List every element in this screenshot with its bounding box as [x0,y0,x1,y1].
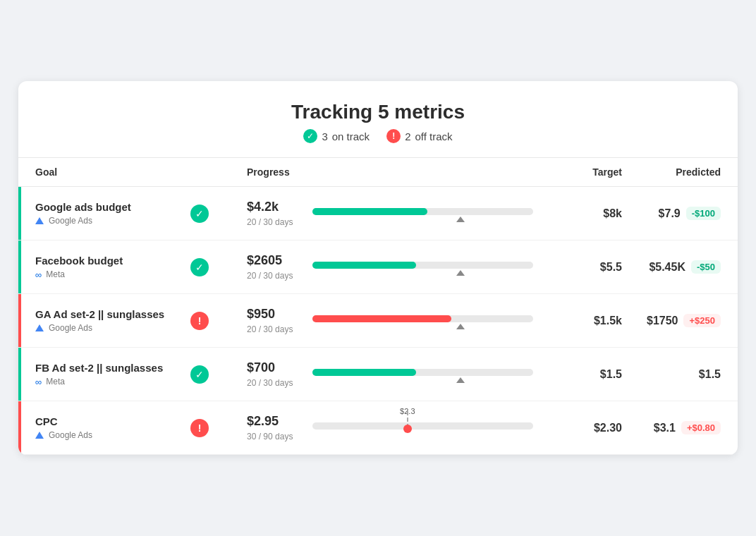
off-track-badge: ! 2 off track [386,129,452,143]
predicted-cell: $1.5 [622,368,721,381]
predicted-value: $1750 [647,315,678,327]
predicted-value: $1.5 [699,368,721,381]
progress-days: 20 / 30 days [247,378,293,388]
bar-marker [456,377,465,383]
predicted-value: $7.9 [659,207,681,220]
progress-days: 30 / 90 days [247,432,293,441]
bar-container [312,208,533,215]
bar-area: $2.3 [301,422,544,434]
status-cell: ✓ [190,258,247,276]
delta-tag: +$250 [683,314,721,327]
goal-name: Google ads budget [35,201,190,213]
bar-container: $2.3 [312,422,533,430]
bar-marker [456,217,465,222]
bar-area [301,262,544,273]
progress-wrapper: $260520 / 30 days [247,253,544,281]
off-track-label: off track [415,130,452,142]
predicted-value: $5.45K [649,261,685,274]
header: Tracking 5 metrics ✓ 3 on track ! 2 off … [18,81,738,158]
goal-cell: Google ads budgetGoogle Ads [35,201,190,226]
col-progress: Progress [247,166,544,178]
col-goal: Goal [35,166,190,178]
progress-wrapper: $95020 / 30 days [247,307,544,334]
table-body: Google ads budgetGoogle Ads✓$4.2k20 / 30… [18,187,738,455]
progress-cell: $260520 / 30 days [247,253,293,281]
bar-area [301,369,544,380]
progress-cell: $95020 / 30 days [247,307,293,334]
bar-marker [456,270,465,276]
target-cell: $1.5k [544,315,622,327]
progress-wrapper: $70020 / 30 days [247,360,544,388]
status-alert-icon: ! [190,419,209,437]
google-ads-icon [35,324,44,331]
predicted-cell: $5.45K-$50 [622,260,721,274]
goal-cell: GA Ad set-2 || sunglassesGoogle Ads [35,308,190,333]
header-subtitle: ✓ 3 on track ! 2 off track [35,129,721,143]
google-ads-icon [35,432,44,439]
goal-source: Google Ads [35,323,190,333]
bar-marker [456,324,465,329]
progress-days: 20 / 30 days [247,217,293,227]
progress-days: 20 / 30 days [247,324,293,334]
target-cell: $2.30 [544,422,622,434]
on-track-count: 3 [322,130,327,142]
predicted-cell: $3.1+$0.80 [622,421,721,434]
progress-amount: $700 [247,360,293,375]
table-row: Facebook budget∞Meta✓$260520 / 30 days$5… [18,240,738,294]
goal-name: CPC [35,415,190,427]
status-cell: ! [190,312,247,330]
progress-wrapper: $4.2k20 / 30 days [247,200,544,227]
status-cell: ✓ [190,205,247,223]
status-alert-icon: ! [190,312,209,330]
meta-icon: ∞ [35,377,42,387]
main-card: Tracking 5 metrics ✓ 3 on track ! 2 off … [18,81,738,455]
on-track-label: on track [332,130,370,142]
col-progress-label [190,166,247,178]
progress-amount: $4.2k [247,200,293,214]
status-cell: ! [190,419,247,437]
predicted-value: $3.1 [654,422,676,434]
goal-source: ∞Meta [35,269,190,280]
progress-days: 20 / 30 days [247,271,293,281]
table-row: CPCGoogle Ads!$2.9530 / 90 days$2.3$2.30… [18,401,738,455]
goal-source: Google Ads [35,430,190,440]
bar-container [312,315,533,322]
goal-name: Facebook budget [35,255,190,267]
table-header: Goal Progress Target Predicted [18,158,738,187]
table-row: GA Ad set-2 || sunglassesGoogle Ads!$950… [18,294,738,348]
progress-amount: $950 [247,307,293,322]
page-title: Tracking 5 metrics [35,101,721,123]
bar-area [301,208,544,219]
progress-cell: $70020 / 30 days [247,360,293,388]
cpc-dot [403,425,412,433]
bar-fill [312,369,416,376]
off-track-count: 2 [405,130,410,142]
bar-fill [312,262,416,269]
bar-fill [312,208,427,215]
delta-tag: +$0.80 [681,421,721,434]
progress-cell: $2.9530 / 90 days [247,414,293,441]
progress-cell: $4.2k20 / 30 days [247,200,293,227]
table-row: FB Ad set-2 || sunglasses∞Meta✓$70020 / … [18,348,738,401]
delta-tag: -$50 [691,260,721,274]
target-cell: $5.5 [544,261,622,274]
progress-amount: $2.95 [247,414,293,429]
status-check-icon: ✓ [190,365,209,384]
on-track-badge: ✓ 3 on track [303,129,370,143]
predicted-cell: $7.9-$100 [622,207,721,220]
target-cell: $8k [544,207,622,220]
goal-source: ∞Meta [35,377,190,387]
google-ads-icon [35,217,44,224]
progress-wrapper: $2.9530 / 90 days$2.3 [247,414,544,441]
bar-fill [312,315,451,322]
col-predicted: Predicted [622,166,721,178]
col-target: Target [544,166,622,178]
meta-icon: ∞ [35,269,42,280]
status-check-icon: ✓ [190,205,209,223]
goal-cell: CPCGoogle Ads [35,415,190,440]
predicted-cell: $1750+$250 [622,314,721,327]
goal-cell: Facebook budget∞Meta [35,255,190,280]
goal-cell: FB Ad set-2 || sunglasses∞Meta [35,362,190,387]
target-cell: $1.5 [544,368,622,381]
check-circle-icon: ✓ [303,129,317,143]
